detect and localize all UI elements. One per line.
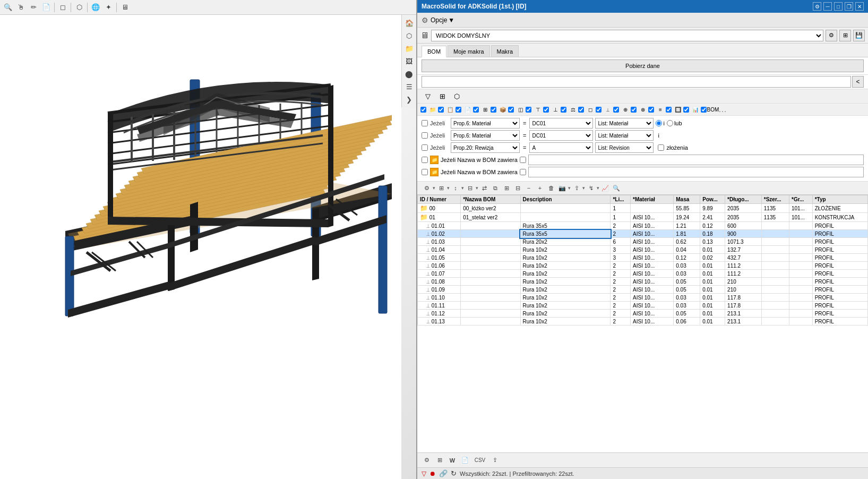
col-nazwa[interactable]: *Nazwa BOM [461,195,520,204]
col-li[interactable]: *Li... [611,195,631,204]
col-id[interactable]: ID / Numer [418,195,461,204]
cb-icon-15[interactable]: 🔲 [673,105,683,114]
table-row[interactable]: ⟂ 01.08 Rura 10x2 2 AISI 10... 0.05 0.01… [418,278,868,286]
desc-input[interactable] [523,231,608,237]
table-row[interactable]: 📁 01 01_stelaż ver2 1 AISI 10... 19.24 2… [418,213,868,222]
col-mat[interactable]: *Materiał [631,195,674,204]
bt-csv-btn[interactable]: CSV [472,455,487,466]
status-link-btn[interactable]: 🔗 [439,469,448,477]
col-desc[interactable]: Description [520,195,611,204]
cb-3[interactable] [456,107,461,113]
search-expand-btn[interactable]: < [852,76,864,88]
t2-minus-btn[interactable]: − [523,183,534,193]
close-btn[interactable]: ✕ [855,2,864,11]
cb-13[interactable] [631,107,637,113]
t2-zoom-btn[interactable]: 🔍 [611,183,622,193]
cb-17[interactable] [701,107,707,113]
t2-export-btn[interactable]: ⇪ [571,183,582,193]
bom1-text-input[interactable] [528,155,864,165]
filter3-checkbox[interactable] [422,144,428,151]
settings-icon-btn[interactable]: ⚙ [813,2,821,11]
filter3-prop-select[interactable]: Prop.20: Rewizja [451,142,520,153]
bt-gear-btn[interactable]: ⚙ [422,455,432,466]
vp-tool-box[interactable]: ◻ [57,2,68,13]
cb-icon-4[interactable]: ⊞ [480,105,490,114]
cb-5[interactable] [491,107,496,113]
side-3d[interactable]: ⬡ [403,30,415,41]
vp-tool-pencil[interactable]: ✏ [28,2,39,13]
cb-12[interactable] [613,107,619,113]
table-row[interactable]: ⟂ 01.06 Rura 10x2 2 AISI 10... 0.03 0.01… [418,262,868,270]
tab-makra[interactable]: Makra [491,45,519,57]
t2-del-btn[interactable]: 🗑 [546,183,556,193]
cb-6[interactable] [508,107,514,113]
table-row[interactable]: ⟂ 01.04 Rura 10x2 3 AISI 10... 0.04 0.01… [418,246,868,254]
filter2-checkbox[interactable] [422,132,428,139]
table-row[interactable]: ⟂ 01.11 Rura 10x2 2 AISI 10... 0.03 0.01… [418,302,868,310]
cb-icon-13[interactable]: ⊗ [638,105,648,114]
t2-arrow-btn[interactable]: ↕ [450,183,461,193]
t2-expand-btn[interactable]: ⊞ [501,183,512,193]
filter2-list-select[interactable]: List: Materiał [595,130,654,141]
restore-btn[interactable]: ❐ [845,2,853,11]
filter-funnel-btn[interactable]: ▽ [422,90,434,102]
table-row[interactable]: ⟂ 01.02 2 AISI 10... 1.81 0.18 900 PROFI… [418,230,868,238]
tab-bom[interactable]: BOM [422,46,446,57]
t2-copy-btn[interactable]: ⧉ [490,183,501,193]
side-folder[interactable]: 📁 [403,42,415,54]
cb-8[interactable] [543,107,549,113]
cb-icon-2[interactable]: 📋 [445,105,455,114]
vp-tool-cursor[interactable]: 🖱 [15,2,27,13]
cb-icon-8[interactable]: ⊥ [551,105,560,114]
filter1-radio-i[interactable] [656,120,662,126]
bom2-text-input[interactable] [528,167,864,177]
bom1-inner-cb[interactable] [520,157,526,163]
cb-icon-9[interactable]: ⚖ [568,105,578,114]
table-row[interactable]: ⟂ 01.09 Rura 10x2 2 AISI 10... 0.05 0.01… [418,286,868,294]
cb-7[interactable] [526,107,531,113]
filter1-list-select[interactable]: List: Materiał [595,118,654,129]
cb-10[interactable] [578,107,584,113]
filter-share-btn[interactable]: ⬡ [450,90,463,102]
search-input[interactable] [422,76,851,88]
vp-tool-globe[interactable]: 🌐 [90,2,101,13]
t2-plus-btn[interactable]: + [535,183,545,193]
filter1-value-select[interactable]: DC01 [529,118,593,129]
cb-icon-11[interactable]: ⟂ [603,105,613,114]
col-pow[interactable]: Pow... [700,195,725,204]
cb-14[interactable] [648,107,654,113]
bt-grid-btn[interactable]: ⊞ [434,455,445,466]
bt-w-btn[interactable]: W [447,455,458,466]
filter3-list-select[interactable]: List: Revision [595,142,654,153]
bom2-inner-cb[interactable] [520,169,526,175]
col-sz[interactable]: *Szer... [761,195,789,204]
cb-icon-3[interactable]: 📄 [463,105,472,114]
filter1-radio-lub[interactable] [667,120,673,126]
view-gear-btn[interactable]: ⚙ [826,30,837,41]
cb-icon-10[interactable]: ◻ [586,105,595,114]
cb-icon-5[interactable]: 📦 [498,105,508,114]
vp-tool-star[interactable]: ✦ [102,2,114,13]
col-gr[interactable]: *Gr... [789,195,813,204]
table-row[interactable]: ⟂ 01.01 Rura 35x5 2 AISI 10... 1.21 0.12… [418,222,868,230]
status-refresh-btn[interactable]: ↻ [451,469,457,477]
t2-cam-btn[interactable]: 📷 [557,183,568,193]
table-row[interactable]: ⟂ 01.03 Rura 20x2 6 AISI 10... 0.62 0.13… [418,238,868,246]
col-typ[interactable]: *Typ [812,195,867,204]
side-list[interactable]: ☰ [403,81,415,92]
cb-icon-6[interactable]: ◫ [515,105,525,114]
filter2-prop-select[interactable]: Prop.6: Materiał [451,130,520,141]
table-row[interactable]: 📁 00 00_łóżko ver2 1 55.85 9.89 2035 113… [418,204,868,213]
t2-move-btn[interactable]: ⇄ [479,183,489,193]
side-image[interactable]: 🖼 [403,55,415,67]
table-area[interactable]: ID / Numer *Nazwa BOM Description *Li...… [417,195,868,452]
filter2-value-select[interactable]: DC01 [529,130,593,141]
filter3-value-select[interactable]: A [529,142,593,153]
col-masa[interactable]: Masa [674,195,700,204]
cb-15[interactable] [666,107,672,113]
table-row[interactable]: ⟂ 01.12 Rura 10x2 2 AISI 10... 0.05 0.01… [418,310,868,318]
cb-icon-1[interactable]: 📁 [428,105,437,114]
t2-grid-btn[interactable]: ⊞ [436,183,446,193]
cb-icon-7[interactable]: ⊤ [533,105,543,114]
view-grid-btn[interactable]: ⊞ [839,30,851,41]
